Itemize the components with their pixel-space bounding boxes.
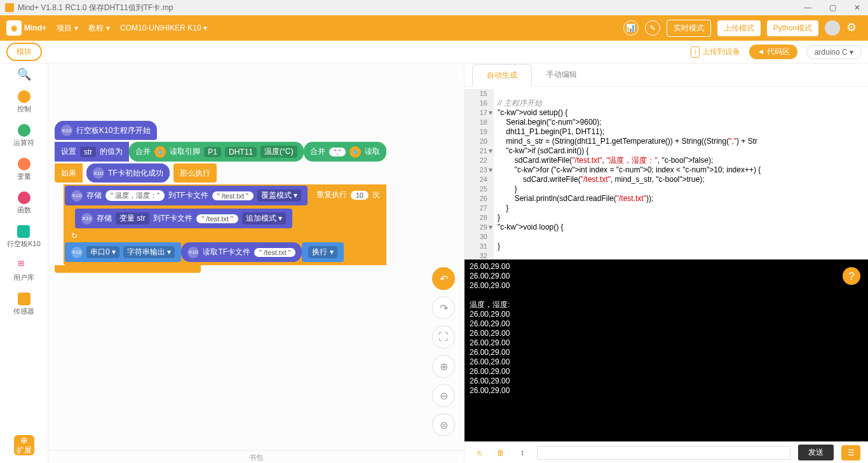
code-editor[interactable]: 15 16// 主程序开始17▾"c-kw">void setup() {18 … xyxy=(465,86,868,259)
mode-python[interactable]: Python模式 xyxy=(767,20,818,36)
trash-icon[interactable]: 🗑 xyxy=(494,446,508,460)
language-select[interactable]: arduino C ▾ xyxy=(806,45,862,59)
backpack[interactable]: 书包 xyxy=(48,450,464,463)
scroll-icon[interactable]: ↕ xyxy=(515,446,529,460)
crop-button[interactable]: ⛶ xyxy=(432,326,455,349)
k10-icon: K10 xyxy=(71,247,83,258)
toolbar: 模块 ↑上传到设备 ◄ 代码区 arduino C ▾ xyxy=(0,41,868,64)
zoom-in-button[interactable]: ⊕ xyxy=(432,355,455,378)
app-icon xyxy=(5,3,14,12)
menu-port[interactable]: COM10-UNIHIKER K10 ▾ xyxy=(120,24,207,32)
block-store-append[interactable]: K10存储变量 str到TF卡文件" /test.txt "追加模式 ▾ xyxy=(75,209,292,228)
menu-project[interactable]: 项目 ▾ xyxy=(57,23,78,34)
avatar[interactable] xyxy=(825,20,840,36)
zoom-out-button[interactable]: ⊖ xyxy=(432,384,455,407)
cat-functions[interactable]: 函数 xyxy=(15,189,34,218)
cat-sensors[interactable]: 传感器 xyxy=(11,290,37,319)
settings-icon[interactable]: ⚙ xyxy=(846,20,862,36)
k10-icon: K10 xyxy=(93,167,104,179)
drop-icon: 💧 xyxy=(154,146,166,158)
workspace-controls: ↶ ↷ ⛶ ⊕ ⊖ ⊜ xyxy=(432,267,455,436)
block-start[interactable]: K10行空板K10主程序开始 xyxy=(55,121,157,140)
menu-tutorial[interactable]: 教程 ▾ xyxy=(88,23,110,34)
block-store-overwrite[interactable]: K10存储" 温度，湿度："到TF卡文件" /test.txt "覆盖模式 ▾ xyxy=(65,186,308,205)
window-controls: — ▢ ✕ xyxy=(801,3,863,12)
code-area-button[interactable]: ◄ 代码区 xyxy=(749,45,797,59)
block-repeat[interactable]: 重复执行10次 xyxy=(310,186,386,204)
terminal-input[interactable] xyxy=(537,446,790,460)
terminal[interactable]: ? 26.00,29.0026.00,29.0026.00,29.00 温度，湿… xyxy=(465,259,868,441)
drop-icon: 💧 xyxy=(349,146,361,158)
block-setvar-row[interactable]: 设置str的值为 合并💧读取引脚P1DHT11温度(°C) 合并","💧读取 xyxy=(55,142,386,163)
help-button[interactable]: ? xyxy=(843,267,860,285)
upload-icon: ↑ xyxy=(691,46,700,58)
undo-button[interactable]: ↶ xyxy=(432,267,455,290)
block-repeat-end[interactable]: ↻ xyxy=(65,232,122,240)
window-title: Mind+ V1.8.1 RC1.0 保存DHT11值到TF卡.mp xyxy=(18,3,173,13)
menu-icon[interactable]: ☰ xyxy=(841,445,860,460)
right-pane: 自动生成 手动编辑 15 16// 主程序开始17▾"c-kw">void se… xyxy=(464,64,868,463)
terminal-footer: ⎋ 🗑 ↕ 发送 ☰ xyxy=(465,441,868,463)
minimize-button[interactable]: — xyxy=(801,3,814,12)
chart-icon[interactable]: 📊 xyxy=(623,20,639,36)
sidebar: 🔍 控制 运算符 变量 函数 行空板K10 ⊞用户库 传感器 ⊕扩展 xyxy=(0,64,48,463)
block-if-end[interactable] xyxy=(55,265,201,273)
block-stack: K10行空板K10主程序开始 设置str的值为 合并💧读取引脚P1DHT11温度… xyxy=(55,121,386,277)
usb-icon[interactable]: ⎋ xyxy=(472,446,486,460)
extend-button[interactable]: ⊕扩展 xyxy=(14,435,34,455)
cat-k10[interactable]: 行空板K10 xyxy=(4,223,43,251)
code-tabs: 自动生成 手动编辑 xyxy=(465,64,868,86)
block-serial[interactable]: K10串口0 ▾字符串输出 ▾ K10读取TF卡文件" /test.txt " … xyxy=(65,242,386,264)
maximize-button[interactable]: ▢ xyxy=(827,3,839,12)
redo-button[interactable]: ↷ xyxy=(432,296,455,319)
block-if[interactable]: 如果 K10TF卡初始化成功 那么执行 xyxy=(55,163,386,184)
zoom-reset-button[interactable]: ⊜ xyxy=(432,413,455,436)
search-icon[interactable]: 🔍 xyxy=(17,67,31,81)
k10-icon: K10 xyxy=(81,213,93,225)
k10-icon: K10 xyxy=(187,247,199,258)
tab-manual[interactable]: 手动编辑 xyxy=(532,64,592,86)
close-button[interactable]: ✕ xyxy=(851,3,863,12)
header: Mind+ 项目 ▾ 教程 ▾ COM10-UNIHIKER K10 ▾ 📊 ✎… xyxy=(0,15,868,41)
k10-icon: K10 xyxy=(61,125,72,136)
tab-auto[interactable]: 自动生成 xyxy=(472,64,532,86)
logo: Mind+ xyxy=(6,20,46,36)
send-button[interactable]: 发送 xyxy=(798,445,834,460)
modules-button[interactable]: 模块 xyxy=(6,43,42,61)
cat-operators[interactable]: 运算符 xyxy=(11,121,37,150)
cat-userlib[interactable]: ⊞用户库 xyxy=(11,256,37,285)
titlebar: Mind+ V1.8.1 RC1.0 保存DHT11值到TF卡.mp — ▢ ✕ xyxy=(0,0,868,15)
k10-icon: K10 xyxy=(71,190,83,202)
upload-device-button[interactable]: ↑上传到设备 xyxy=(691,46,740,58)
mode-realtime[interactable]: 实时模式 xyxy=(667,20,711,37)
cat-control[interactable]: 控制 xyxy=(15,88,34,116)
cat-variables[interactable]: 变量 xyxy=(15,155,34,184)
edit-icon[interactable]: ✎ xyxy=(645,20,660,36)
logo-icon xyxy=(6,20,22,36)
mode-upload[interactable]: 上传模式 xyxy=(717,20,761,36)
workspace[interactable]: K10行空板K10主程序开始 设置str的值为 合并💧读取引脚P1DHT11温度… xyxy=(48,64,464,463)
